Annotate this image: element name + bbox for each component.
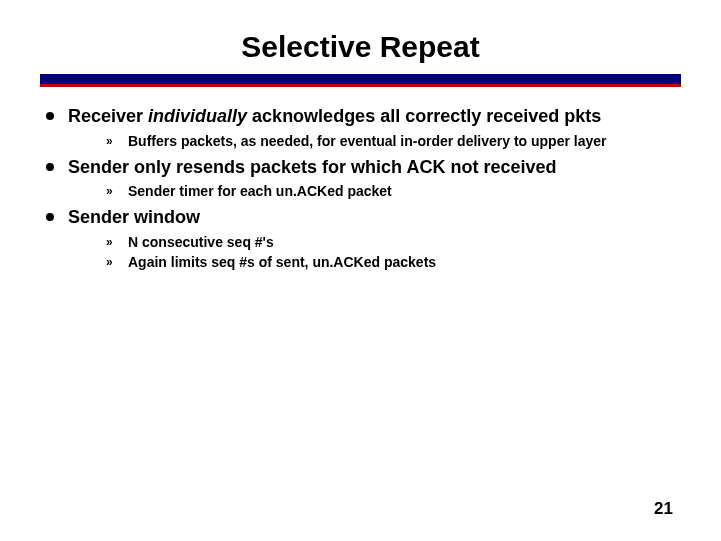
sub-bullet-marker-icon: » <box>106 134 116 148</box>
sub-bullet-group: » Sender timer for each un.ACKed packet <box>106 182 675 200</box>
sub-bullet-marker-icon: » <box>106 235 116 249</box>
bullet-text-part: Sender only resends packets for which AC… <box>68 157 556 177</box>
sub-bullet-item: » Sender timer for each un.ACKed packet <box>106 182 675 200</box>
sub-bullet-marker-icon: » <box>106 255 116 269</box>
sub-bullet-text: Again limits seq #s of sent, un.ACKed pa… <box>128 253 436 271</box>
bullet-dot-icon <box>46 213 54 221</box>
title-rule <box>40 74 681 87</box>
sub-bullet-text: Sender timer for each un.ACKed packet <box>128 182 392 200</box>
page-number: 21 <box>654 499 673 519</box>
bullet-text-part: Receiver <box>68 106 148 126</box>
bullet-item: Sender only resends packets for which AC… <box>46 156 675 179</box>
bullet-text: Sender window <box>68 206 200 229</box>
bullet-item: Receiver individually acknowledges all c… <box>46 105 675 128</box>
bullet-text-part: acknowledges all correctly received pkts <box>247 106 601 126</box>
bullet-text-part: Sender window <box>68 207 200 227</box>
bullet-dot-icon <box>46 163 54 171</box>
sub-bullet-group: » N consecutive seq #'s » Again limits s… <box>106 233 675 271</box>
bullet-text: Receiver individually acknowledges all c… <box>68 105 601 128</box>
slide: Selective Repeat Receiver individually a… <box>0 0 721 541</box>
bullet-item: Sender window <box>46 206 675 229</box>
sub-bullet-item: » Again limits seq #s of sent, un.ACKed … <box>106 253 675 271</box>
sub-bullet-text: Buffers packets, as needed, for eventual… <box>128 132 607 150</box>
rule-navy <box>40 74 681 84</box>
sub-bullet-item: » N consecutive seq #'s <box>106 233 675 251</box>
bullet-text: Sender only resends packets for which AC… <box>68 156 556 179</box>
sub-bullet-marker-icon: » <box>106 184 116 198</box>
slide-title: Selective Repeat <box>40 30 681 64</box>
bullet-text-emphasis: individually <box>148 106 247 126</box>
sub-bullet-group: » Buffers packets, as needed, for eventu… <box>106 132 675 150</box>
sub-bullet-item: » Buffers packets, as needed, for eventu… <box>106 132 675 150</box>
sub-bullet-text: N consecutive seq #'s <box>128 233 274 251</box>
bullet-dot-icon <box>46 112 54 120</box>
bullet-list: Receiver individually acknowledges all c… <box>40 105 681 271</box>
rule-red <box>40 84 681 87</box>
